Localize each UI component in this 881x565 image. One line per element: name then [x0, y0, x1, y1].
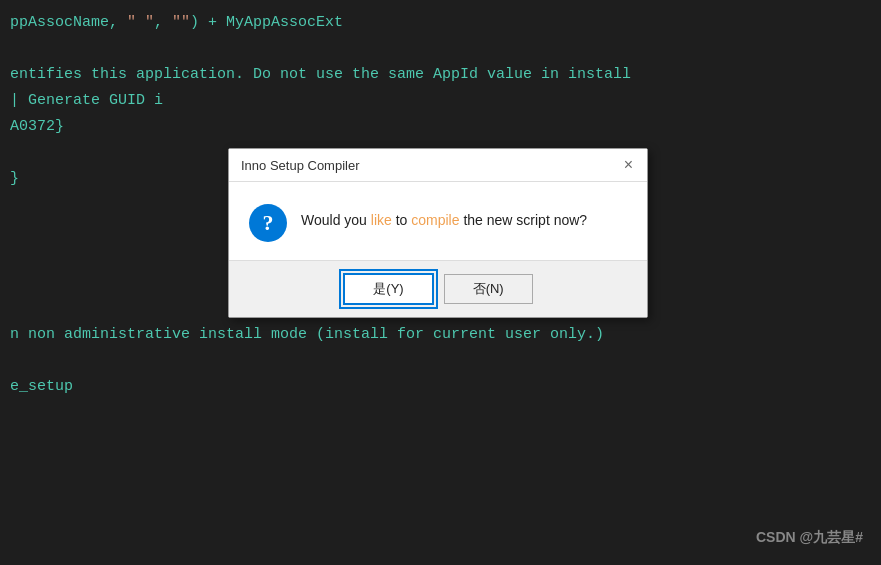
code-line-15: e_setup: [0, 374, 881, 400]
dialog-footer: 是(Y) 否(N): [229, 260, 647, 317]
dialog-titlebar: Inno Setup Compiler ×: [229, 149, 647, 182]
code-line-3: entifies this application. Do not use th…: [0, 62, 881, 88]
dialog-body: ? Would you like to compile the new scri…: [229, 182, 647, 260]
dialog: Inno Setup Compiler × ? Would you like t…: [228, 148, 648, 318]
watermark: CSDN @九芸星#: [756, 529, 863, 547]
dialog-message: Would you like to compile the new script…: [301, 204, 587, 231]
code-line-2: [0, 36, 881, 62]
dialog-title: Inno Setup Compiler: [241, 158, 360, 173]
code-line-4: | Generate GUID i: [0, 88, 881, 114]
dialog-close-button[interactable]: ×: [622, 157, 635, 173]
code-line-13: n non administrative install mode (insta…: [0, 322, 881, 348]
yes-button[interactable]: 是(Y): [343, 273, 433, 305]
code-line-5: A0372}: [0, 114, 881, 140]
code-line-1: ppAssocName, " ", "") + MyAppAssocExt: [0, 10, 881, 36]
question-icon: ?: [249, 204, 287, 242]
code-line-14: [0, 348, 881, 374]
no-button[interactable]: 否(N): [444, 274, 533, 304]
